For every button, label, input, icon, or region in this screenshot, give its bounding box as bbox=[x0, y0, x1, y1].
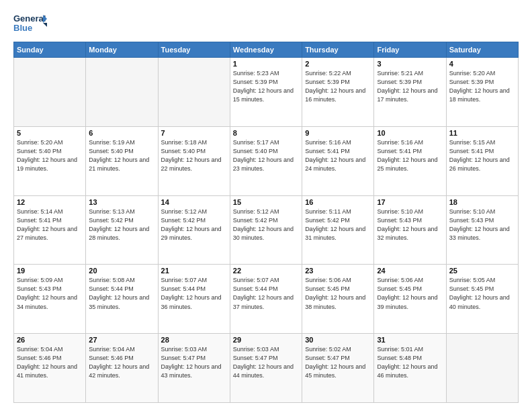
day-info: Sunrise: 5:03 AM Sunset: 5:47 PM Dayligh… bbox=[161, 345, 227, 380]
day-info: Sunrise: 5:16 AM Sunset: 5:41 PM Dayligh… bbox=[377, 138, 443, 173]
svg-text:General: General bbox=[13, 13, 46, 24]
day-info: Sunrise: 5:18 AM Sunset: 5:40 PM Dayligh… bbox=[161, 138, 227, 173]
day-info: Sunrise: 5:08 AM Sunset: 5:44 PM Dayligh… bbox=[89, 276, 154, 311]
day-number: 9 bbox=[305, 129, 371, 137]
day-number: 23 bbox=[305, 267, 371, 275]
day-info: Sunrise: 5:04 AM Sunset: 5:46 PM Dayligh… bbox=[17, 345, 83, 380]
day-number: 6 bbox=[89, 129, 154, 137]
day-info: Sunrise: 5:21 AM Sunset: 5:39 PM Dayligh… bbox=[377, 69, 443, 104]
calendar-cell: 21Sunrise: 5:07 AM Sunset: 5:44 PM Dayli… bbox=[158, 265, 230, 334]
calendar-cell: 25Sunrise: 5:05 AM Sunset: 5:45 PM Dayli… bbox=[446, 265, 518, 334]
day-number: 20 bbox=[89, 267, 154, 275]
day-info: Sunrise: 5:09 AM Sunset: 5:43 PM Dayligh… bbox=[17, 276, 83, 311]
day-info: Sunrise: 5:23 AM Sunset: 5:39 PM Dayligh… bbox=[233, 69, 299, 104]
weekday-header-monday: Monday bbox=[86, 42, 158, 58]
calendar-cell: 1Sunrise: 5:23 AM Sunset: 5:39 PM Daylig… bbox=[230, 58, 302, 127]
calendar-cell bbox=[446, 334, 518, 403]
day-info: Sunrise: 5:19 AM Sunset: 5:40 PM Dayligh… bbox=[89, 138, 154, 173]
day-number: 17 bbox=[377, 198, 443, 206]
day-number: 13 bbox=[89, 198, 154, 206]
calendar-cell: 12Sunrise: 5:14 AM Sunset: 5:41 PM Dayli… bbox=[14, 195, 86, 265]
day-number: 29 bbox=[233, 336, 299, 344]
calendar-cell: 14Sunrise: 5:12 AM Sunset: 5:42 PM Dayli… bbox=[158, 195, 230, 265]
calendar-table: SundayMondayTuesdayWednesdayThursdayFrid… bbox=[13, 42, 519, 403]
day-number: 1 bbox=[233, 60, 299, 68]
day-info: Sunrise: 5:06 AM Sunset: 5:45 PM Dayligh… bbox=[377, 276, 443, 311]
logo-svg: General Blue bbox=[13, 12, 48, 36]
weekday-header-saturday: Saturday bbox=[446, 42, 518, 58]
calendar-cell: 2Sunrise: 5:22 AM Sunset: 5:39 PM Daylig… bbox=[302, 58, 374, 127]
day-number: 18 bbox=[449, 198, 515, 206]
day-number: 11 bbox=[449, 129, 515, 137]
day-number: 30 bbox=[305, 336, 371, 344]
calendar-cell: 30Sunrise: 5:02 AM Sunset: 5:47 PM Dayli… bbox=[302, 334, 374, 403]
weekday-header-tuesday: Tuesday bbox=[158, 42, 230, 58]
day-number: 2 bbox=[305, 60, 371, 68]
day-number: 25 bbox=[449, 267, 515, 275]
weekday-header-thursday: Thursday bbox=[302, 42, 374, 58]
day-number: 15 bbox=[233, 198, 299, 206]
day-number: 8 bbox=[233, 129, 299, 137]
day-number: 24 bbox=[377, 267, 443, 275]
calendar-cell: 6Sunrise: 5:19 AM Sunset: 5:40 PM Daylig… bbox=[86, 126, 158, 195]
day-info: Sunrise: 5:22 AM Sunset: 5:39 PM Dayligh… bbox=[305, 69, 371, 104]
day-number: 16 bbox=[305, 198, 371, 206]
day-info: Sunrise: 5:06 AM Sunset: 5:45 PM Dayligh… bbox=[305, 276, 371, 311]
calendar-cell: 10Sunrise: 5:16 AM Sunset: 5:41 PM Dayli… bbox=[374, 126, 446, 195]
day-number: 7 bbox=[161, 129, 227, 137]
day-info: Sunrise: 5:10 AM Sunset: 5:43 PM Dayligh… bbox=[449, 208, 515, 242]
day-number: 22 bbox=[233, 267, 299, 275]
day-info: Sunrise: 5:10 AM Sunset: 5:43 PM Dayligh… bbox=[377, 208, 443, 242]
day-info: Sunrise: 5:13 AM Sunset: 5:42 PM Dayligh… bbox=[89, 208, 154, 242]
calendar-cell: 22Sunrise: 5:07 AM Sunset: 5:44 PM Dayli… bbox=[230, 265, 302, 334]
calendar-cell: 9Sunrise: 5:16 AM Sunset: 5:41 PM Daylig… bbox=[302, 126, 374, 195]
day-number: 21 bbox=[161, 267, 227, 275]
weekday-header-friday: Friday bbox=[374, 42, 446, 58]
day-info: Sunrise: 5:04 AM Sunset: 5:46 PM Dayligh… bbox=[89, 345, 154, 380]
calendar-cell: 26Sunrise: 5:04 AM Sunset: 5:46 PM Dayli… bbox=[14, 334, 86, 403]
calendar-cell: 28Sunrise: 5:03 AM Sunset: 5:47 PM Dayli… bbox=[158, 334, 230, 403]
calendar-cell: 24Sunrise: 5:06 AM Sunset: 5:45 PM Dayli… bbox=[374, 265, 446, 334]
day-info: Sunrise: 5:20 AM Sunset: 5:39 PM Dayligh… bbox=[449, 69, 515, 104]
day-info: Sunrise: 5:07 AM Sunset: 5:44 PM Dayligh… bbox=[161, 276, 227, 311]
day-number: 31 bbox=[377, 336, 443, 344]
day-info: Sunrise: 5:01 AM Sunset: 5:48 PM Dayligh… bbox=[377, 345, 443, 380]
calendar-cell: 13Sunrise: 5:13 AM Sunset: 5:42 PM Dayli… bbox=[86, 195, 158, 265]
day-info: Sunrise: 5:05 AM Sunset: 5:45 PM Dayligh… bbox=[449, 276, 515, 311]
svg-text:Blue: Blue bbox=[13, 23, 32, 33]
day-number: 5 bbox=[17, 129, 83, 137]
header: General Blue bbox=[13, 12, 519, 36]
calendar-cell: 29Sunrise: 5:03 AM Sunset: 5:47 PM Dayli… bbox=[230, 334, 302, 403]
day-info: Sunrise: 5:12 AM Sunset: 5:42 PM Dayligh… bbox=[161, 208, 227, 242]
day-info: Sunrise: 5:11 AM Sunset: 5:42 PM Dayligh… bbox=[305, 208, 371, 242]
day-info: Sunrise: 5:20 AM Sunset: 5:40 PM Dayligh… bbox=[17, 138, 83, 173]
logo: General Blue bbox=[13, 12, 48, 36]
day-number: 28 bbox=[161, 336, 227, 344]
calendar-cell: 27Sunrise: 5:04 AM Sunset: 5:46 PM Dayli… bbox=[86, 334, 158, 403]
calendar-cell: 7Sunrise: 5:18 AM Sunset: 5:40 PM Daylig… bbox=[158, 126, 230, 195]
calendar-cell: 17Sunrise: 5:10 AM Sunset: 5:43 PM Dayli… bbox=[374, 195, 446, 265]
calendar-cell: 31Sunrise: 5:01 AM Sunset: 5:48 PM Dayli… bbox=[374, 334, 446, 403]
weekday-header-wednesday: Wednesday bbox=[230, 42, 302, 58]
calendar-cell: 20Sunrise: 5:08 AM Sunset: 5:44 PM Dayli… bbox=[86, 265, 158, 334]
calendar-cell bbox=[158, 58, 230, 127]
calendar-cell bbox=[14, 58, 86, 127]
svg-marker-3 bbox=[43, 23, 47, 27]
day-info: Sunrise: 5:02 AM Sunset: 5:47 PM Dayligh… bbox=[305, 345, 371, 380]
calendar-cell: 19Sunrise: 5:09 AM Sunset: 5:43 PM Dayli… bbox=[14, 265, 86, 334]
calendar-cell: 23Sunrise: 5:06 AM Sunset: 5:45 PM Dayli… bbox=[302, 265, 374, 334]
day-number: 14 bbox=[161, 198, 227, 206]
calendar-cell bbox=[86, 58, 158, 127]
day-info: Sunrise: 5:12 AM Sunset: 5:42 PM Dayligh… bbox=[233, 208, 299, 242]
calendar-cell: 16Sunrise: 5:11 AM Sunset: 5:42 PM Dayli… bbox=[302, 195, 374, 265]
weekday-header-sunday: Sunday bbox=[14, 42, 86, 58]
calendar-cell: 5Sunrise: 5:20 AM Sunset: 5:40 PM Daylig… bbox=[14, 126, 86, 195]
day-number: 3 bbox=[377, 60, 443, 68]
calendar-cell: 8Sunrise: 5:17 AM Sunset: 5:40 PM Daylig… bbox=[230, 126, 302, 195]
day-info: Sunrise: 5:15 AM Sunset: 5:41 PM Dayligh… bbox=[449, 138, 515, 173]
calendar-cell: 18Sunrise: 5:10 AM Sunset: 5:43 PM Dayli… bbox=[446, 195, 518, 265]
page: General Blue SundayMondayTuesdayWednesda… bbox=[0, 0, 532, 411]
day-number: 12 bbox=[17, 198, 83, 206]
calendar-cell: 4Sunrise: 5:20 AM Sunset: 5:39 PM Daylig… bbox=[446, 58, 518, 127]
calendar-cell: 11Sunrise: 5:15 AM Sunset: 5:41 PM Dayli… bbox=[446, 126, 518, 195]
